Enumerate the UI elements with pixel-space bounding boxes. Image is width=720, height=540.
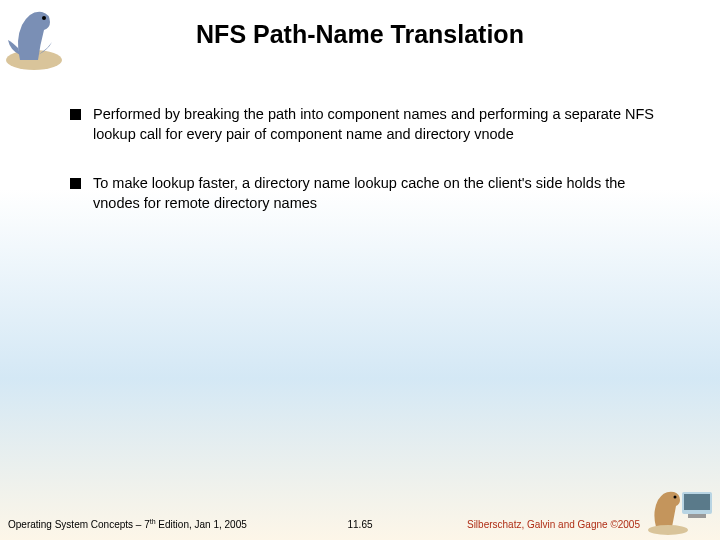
slide-title: NFS Path-Name Translation [0,20,720,49]
bullet-text: Performed by breaking the path into comp… [93,105,660,144]
footer-left-suffix: Edition, Jan 1, 2005 [156,519,247,530]
svg-point-6 [648,525,688,535]
bullet-item: To make lookup faster, a directory name … [70,174,660,213]
footer-left-prefix: Operating System Concepts – 7 [8,519,150,530]
dinosaur-logo-bottom [644,482,716,536]
svg-rect-3 [684,494,710,510]
bullet-text: To make lookup faster, a directory name … [93,174,660,213]
content-area: Performed by breaking the path into comp… [70,105,660,243]
square-bullet-icon [70,109,81,120]
svg-rect-4 [688,514,706,518]
footer-slide-number: 11.65 [347,519,372,530]
bullet-item: Performed by breaking the path into comp… [70,105,660,144]
footer-left: Operating System Concepts – 7th Edition,… [8,518,247,530]
svg-point-5 [674,496,677,499]
slide: NFS Path-Name Translation Performed by b… [0,0,720,540]
square-bullet-icon [70,178,81,189]
footer-copyright: Silberschatz, Galvin and Gagne ©2005 [467,519,640,530]
